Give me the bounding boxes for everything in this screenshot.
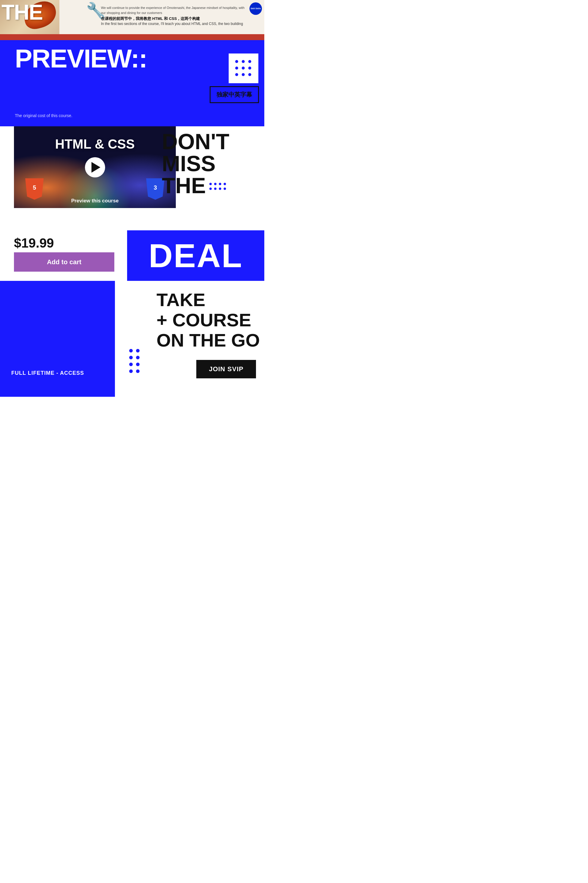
play-button[interactable]	[85, 157, 105, 178]
dot	[235, 66, 238, 69]
bottom-blue-block	[0, 281, 115, 397]
original-cost: The original cost of this course.	[15, 113, 72, 118]
html-css-video-title: HTML & CSS	[55, 137, 135, 152]
deal-block: DEAL	[127, 230, 264, 281]
price-value: $19.99	[14, 236, 54, 250]
page-wrapper: THE 🔧 We will continue to provide the ex…	[0, 0, 264, 397]
the-heading: THE	[2, 2, 42, 23]
english-text: In the first two sections of the course,…	[101, 21, 246, 26]
dot	[235, 73, 238, 76]
dot	[248, 73, 251, 76]
dot	[235, 60, 238, 63]
play-icon	[92, 162, 100, 173]
full-lifetime-text: FULL LIFETIME - ACCESS	[11, 369, 84, 378]
dont-text: DON'T	[162, 131, 264, 153]
html5-icon: 5	[25, 178, 44, 200]
join-svip-button[interactable]: JOIN SVIP	[196, 360, 256, 378]
preview-course-label: Preview this course	[71, 198, 119, 204]
skillshare-badge: Skill Skills	[249, 2, 262, 15]
exclusive-badge: 独家中英字幕	[210, 86, 259, 103]
the-text: THE	[162, 175, 206, 197]
bottom-section: TAKE + COURSE ON THE GO FULL LIFETIME - …	[0, 281, 264, 397]
red-bar	[0, 34, 264, 40]
chinese-text: 在课程的前两节中，我将教您 HTML 和 CSS，这两个构建	[101, 16, 246, 21]
dot	[242, 73, 245, 76]
dot	[248, 60, 251, 63]
dot	[242, 66, 245, 69]
dont-miss-block: DON'T MISS THE	[162, 126, 264, 197]
deal-text: DEAL	[149, 236, 243, 275]
dot	[242, 60, 245, 63]
join-svip-label: JOIN SVIP	[209, 365, 243, 373]
add-to-cart-label: Add to cart	[47, 258, 81, 266]
take-course-text: TAKE + COURSE ON THE GO	[156, 290, 260, 351]
the-line: THE	[162, 175, 264, 197]
preview-section: PREVIEW:: 独家中英字幕 The original cost of th…	[0, 40, 264, 126]
dots-4x2	[209, 183, 226, 190]
japanese-text-block: We will continue to provide the experien…	[101, 5, 246, 26]
top-banner: THE 🔧 We will continue to provide the ex…	[0, 0, 264, 40]
price-deal-section: $19.99 Add to cart DEAL	[0, 230, 264, 281]
dots-grid	[235, 60, 252, 77]
video-thumbnail: HTML & CSS 5 3 Preview this course	[14, 126, 176, 208]
video-section: HTML & CSS 5 3 Preview this course DON'T…	[0, 126, 264, 230]
add-to-cart-button[interactable]: Add to cart	[14, 252, 114, 272]
dot	[248, 66, 251, 69]
japanese-subtitle: We will continue to provide the experien…	[101, 5, 246, 15]
dots-area	[229, 54, 258, 83]
dots-2x4	[129, 349, 140, 374]
preview-title: PREVIEW::	[15, 45, 147, 72]
miss-text: MISS	[162, 153, 264, 175]
